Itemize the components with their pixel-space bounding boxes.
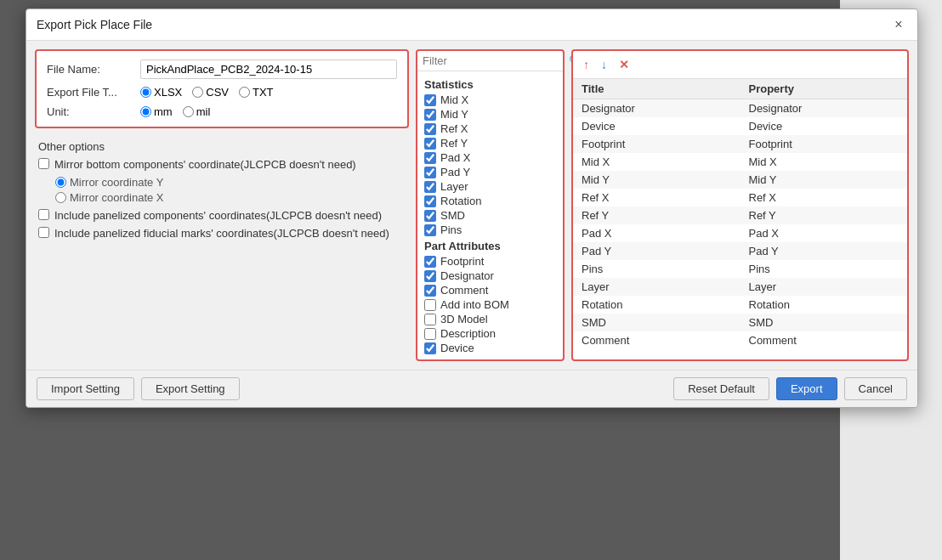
table-cell-title: Layer: [573, 278, 741, 296]
mirror-bottom-label: Mirror bottom components' coordinate(JLC…: [54, 158, 356, 171]
mirror-bottom-checkbox[interactable]: [38, 158, 49, 169]
part-label: Comment: [440, 284, 488, 297]
dialog-body: File Name: Export File T... XLSX: [26, 41, 917, 370]
table-row[interactable]: DesignatorDesignator: [573, 99, 907, 118]
table-header-row: Title Property: [573, 79, 907, 99]
table-cell-title: SMD: [573, 314, 741, 331]
stats-checkbox[interactable]: [424, 123, 436, 135]
stats-checkbox[interactable]: [424, 167, 436, 178]
unit-mil-label[interactable]: mil: [183, 105, 211, 118]
middle-panel: 🔍 Statistics Mid XMid YRef XRef YPad XPa…: [416, 49, 565, 361]
stats-checkbox[interactable]: [424, 138, 436, 150]
format-csv-text: CSV: [206, 86, 229, 99]
table-row[interactable]: Ref XRef X: [573, 189, 907, 206]
part-item: Footprint: [424, 255, 556, 268]
export-setting-button[interactable]: Export Setting: [141, 377, 240, 400]
stats-item: Mid Y: [424, 108, 556, 121]
unit-mm-label[interactable]: mm: [140, 105, 173, 118]
table-cell-property: Designator: [741, 99, 908, 118]
unit-mm-radio[interactable]: [140, 106, 151, 117]
stats-label: Pins: [440, 223, 462, 236]
move-down-button[interactable]: ↓: [598, 56, 610, 73]
table-row[interactable]: Ref YRef Y: [573, 206, 907, 224]
table-row[interactable]: Mid XMid X: [573, 153, 907, 171]
filter-input[interactable]: [423, 54, 565, 67]
table-row[interactable]: LayerLayer: [573, 278, 907, 296]
filter-bar: 🔍: [417, 51, 563, 71]
part-item: Description: [424, 327, 556, 340]
table-cell-title: Rotation: [573, 296, 741, 314]
stats-checkbox[interactable]: [424, 181, 436, 193]
part-item: Device: [424, 342, 556, 354]
table-row[interactable]: Pad YPad Y: [573, 242, 907, 260]
format-csv-label[interactable]: CSV: [192, 86, 229, 99]
stats-checkbox[interactable]: [424, 94, 436, 106]
unit-mil-radio[interactable]: [183, 106, 194, 117]
stats-checkbox[interactable]: [424, 109, 436, 121]
mirror-coord-y-radio[interactable]: [55, 177, 66, 188]
export-button[interactable]: Export: [776, 377, 837, 400]
stats-label: Layer: [440, 180, 468, 193]
mirror-coord-x-radio[interactable]: [55, 192, 66, 203]
part-label: Footprint: [440, 255, 484, 268]
format-txt-radio[interactable]: [239, 87, 250, 98]
format-xlsx-label[interactable]: XLSX: [140, 86, 182, 99]
part-label: Description: [440, 327, 496, 340]
table-cell-property: Comment: [741, 331, 908, 349]
include-panelized-row: Include panelized components' coordinate…: [38, 209, 406, 222]
include-panelized-checkbox[interactable]: [38, 209, 49, 220]
include-fiducial-checkbox[interactable]: [38, 227, 49, 238]
col-title-header: Title: [573, 79, 741, 99]
part-checkbox[interactable]: [424, 256, 436, 268]
export-dialog: Export Pick Place File × File Name: Expo…: [26, 8, 918, 408]
format-xlsx-radio[interactable]: [140, 87, 151, 98]
part-checkbox[interactable]: [424, 270, 436, 282]
unit-mil-text: mil: [196, 105, 211, 118]
export-format-label: Export File T...: [47, 86, 140, 99]
table-cell-property: Pad X: [741, 224, 908, 242]
table-cell-title: Device: [573, 117, 741, 135]
unit-mm-text: mm: [154, 105, 173, 118]
dialog-titlebar: Export Pick Place File ×: [26, 9, 917, 41]
format-txt-label[interactable]: TXT: [239, 86, 274, 99]
checklist-scroll[interactable]: Statistics Mid XMid YRef XRef YPad XPad …: [417, 71, 563, 359]
part-item: Designator: [424, 269, 556, 282]
stats-item: Pad X: [424, 151, 556, 164]
table-cell-property: Footprint: [741, 135, 908, 153]
other-options-title: Other options: [38, 140, 406, 153]
table-cell-title: Footprint: [573, 135, 741, 153]
delete-button[interactable]: ✕: [616, 56, 633, 73]
part-checkbox[interactable]: [424, 285, 436, 297]
stats-checkbox[interactable]: [424, 210, 436, 222]
table-row[interactable]: PinsPins: [573, 260, 907, 278]
table-row[interactable]: FootprintFootprint: [573, 135, 907, 153]
table-row[interactable]: SMDSMD: [573, 314, 907, 331]
mirror-coord-y-row: Mirror coordinate Y: [55, 176, 406, 189]
part-checkbox[interactable]: [424, 314, 436, 325]
stats-checkbox[interactable]: [424, 195, 436, 207]
part-label: Device: [440, 342, 474, 354]
table-row[interactable]: Mid YMid Y: [573, 171, 907, 189]
stats-item: Ref X: [424, 122, 556, 135]
mirror-bottom-row: Mirror bottom components' coordinate(JLC…: [38, 158, 406, 171]
table-row[interactable]: Pad XPad X: [573, 224, 907, 242]
right-panel: ↑ ↓ ✕ Title Property DesignatorDesigna: [571, 49, 909, 361]
table-row[interactable]: RotationRotation: [573, 296, 907, 314]
part-checkbox[interactable]: [424, 328, 436, 340]
format-csv-radio[interactable]: [192, 87, 203, 98]
reset-default-button[interactable]: Reset Default: [673, 377, 769, 400]
part-checkbox[interactable]: [424, 299, 436, 311]
close-button[interactable]: ×: [890, 16, 907, 33]
cancel-button[interactable]: Cancel: [844, 377, 907, 400]
table-scroll[interactable]: Title Property DesignatorDesignatorDevic…: [573, 79, 907, 359]
property-table: Title Property DesignatorDesignatorDevic…: [573, 79, 907, 349]
import-setting-button[interactable]: Import Setting: [37, 377, 134, 400]
table-row[interactable]: DeviceDevice: [573, 117, 907, 135]
part-checkbox[interactable]: [424, 342, 436, 354]
table-row[interactable]: CommentComment: [573, 331, 907, 349]
stats-label: Mid X: [440, 93, 468, 106]
move-up-button[interactable]: ↑: [580, 56, 593, 73]
stats-checkbox[interactable]: [424, 152, 436, 164]
file-name-input[interactable]: [140, 59, 397, 79]
stats-checkbox[interactable]: [424, 224, 436, 236]
